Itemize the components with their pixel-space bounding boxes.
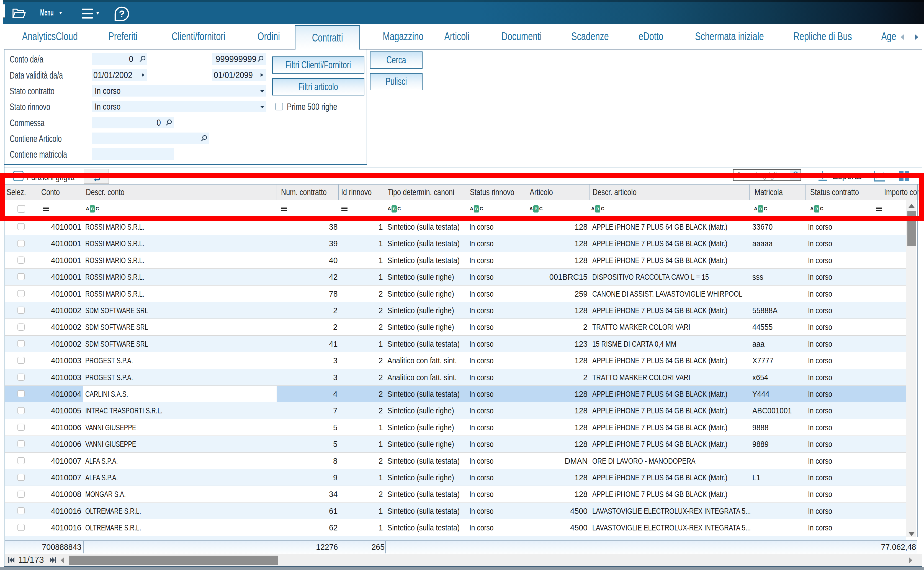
svg-text:?: ?: [119, 8, 124, 19]
